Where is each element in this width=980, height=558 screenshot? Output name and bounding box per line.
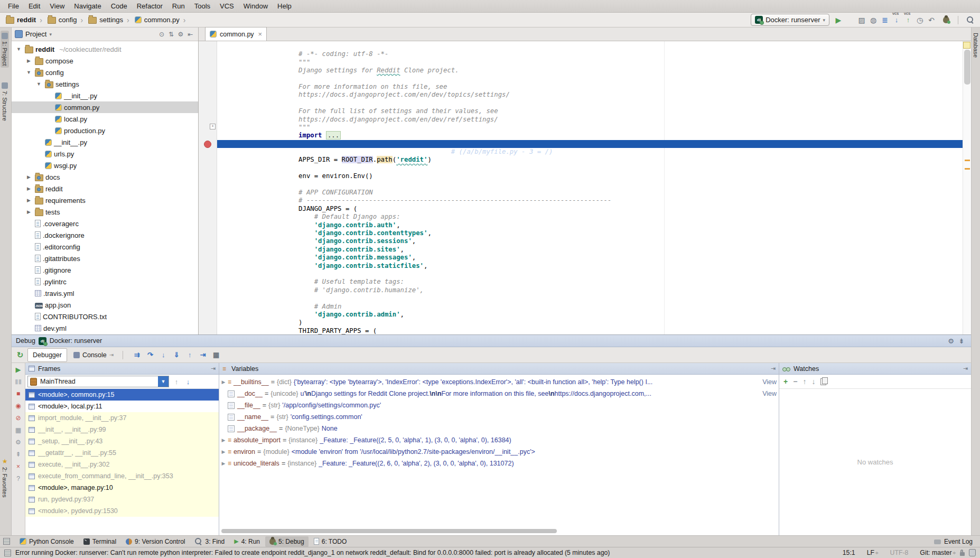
breadcrumb-item[interactable]: config › (46, 15, 86, 25)
breakpoint-icon[interactable] (204, 141, 211, 148)
inspection-profile-icon[interactable] (969, 549, 976, 556)
project-panel-title[interactable]: Project ▾ (15, 30, 155, 38)
variable-row[interactable]: ≡ __builtins__ = {dict} {'bytearray': <t… (219, 376, 779, 388)
panel-header-icon[interactable]: ⊙ (157, 31, 166, 38)
thread-select[interactable]: MainThread ▼ (27, 376, 169, 387)
tree-chevron-icon[interactable] (25, 70, 33, 75)
next-frame-icon[interactable]: ↓ (184, 378, 192, 386)
tool-window-switcher-icon[interactable] (3, 538, 10, 545)
hide-panel-icon[interactable]: ⇥ (963, 365, 968, 372)
tree-chevron-icon[interactable] (25, 209, 33, 215)
frame-row[interactable]: <module>, manage.py:10 (25, 482, 219, 494)
menu-item[interactable]: Refactor (132, 1, 167, 11)
resume-icon[interactable]: ▶ (14, 365, 23, 374)
status-message[interactable]: Error running Docker: runserver: Can't r… (15, 549, 831, 556)
tool-stripe-button[interactable]: 7: Structure (1, 80, 9, 123)
tree-chevron-icon[interactable] (25, 58, 33, 63)
variable-row[interactable]: ≡ environ = {module} <module 'environ' f… (219, 446, 779, 458)
code-line[interactable]: env = environ.Env() (217, 164, 971, 172)
code-line[interactable]: 'django.contrib.sites', (217, 237, 971, 245)
code-line[interactable] (217, 132, 971, 140)
tree-item[interactable]: .dockerignore (12, 229, 198, 241)
expand-icon[interactable] (219, 438, 228, 443)
code-line[interactable]: ROOT_DIR = environ.Path(__file__) - 3 # … (217, 140, 971, 148)
frame-row[interactable]: execute, __init__.py:302 (25, 459, 219, 470)
tree-chevron-icon[interactable] (25, 198, 33, 203)
frame-row[interactable]: __getattr__, __init__.py:55 (25, 447, 219, 459)
tree-item[interactable]: .travis.yml (12, 287, 198, 299)
step-out-icon[interactable]: ↑ (184, 349, 195, 361)
code-line[interactable]: 'django.contrib.sessions', (217, 229, 971, 237)
code-line[interactable]: DJANGO_APPS = ( (217, 197, 971, 204)
tree-item[interactable]: urls.py (12, 148, 198, 160)
tree-chevron-icon[interactable] (25, 186, 33, 191)
menu-item[interactable]: VCS (215, 1, 239, 11)
menu-item[interactable]: Window (239, 1, 273, 11)
code-line[interactable]: """ (217, 116, 971, 124)
lock-icon[interactable] (960, 552, 965, 556)
tool-window-tab[interactable]: 3: Find (190, 536, 229, 547)
breadcrumb-item[interactable]: settings › (87, 15, 132, 25)
step-into-icon[interactable]: ↓ (157, 349, 169, 361)
hide-panel-icon[interactable]: ⇥ (771, 365, 776, 372)
frame-row[interactable]: _setup, __init__.py:43 (25, 435, 219, 447)
menu-item[interactable]: Navigate (69, 1, 106, 11)
frame-row[interactable]: <module>, pydevd.py:1530 (25, 505, 219, 517)
code-line[interactable]: APPS_DIR = ROOT_DIR.path('reddit') (217, 148, 971, 156)
dropdown-icon[interactable]: ▼ (158, 376, 169, 387)
horizontal-scrollbar-thumb[interactable] (221, 529, 557, 533)
tree-item[interactable]: .gitattributes (12, 253, 198, 264)
caret-position[interactable]: 15:1 (843, 549, 855, 556)
code-line[interactable]: 'django.contrib.contenttypes', (217, 221, 971, 229)
frame-row[interactable]: <module>, local.py:11 (25, 401, 219, 412)
run-icon[interactable]: ▶ (833, 14, 844, 26)
tab-debugger[interactable]: Debugger (27, 348, 67, 362)
local-history-icon[interactable]: ◷ (914, 14, 926, 26)
code-line[interactable]: # -*- coding: utf-8 -*- (217, 42, 971, 50)
code-line[interactable] (217, 156, 971, 164)
panel-header-icon[interactable]: ⇟ (956, 337, 967, 345)
menu-item[interactable]: View (45, 1, 69, 11)
run-to-cursor-icon[interactable]: ⇥ (197, 349, 209, 361)
add-watch-icon[interactable]: + (783, 377, 788, 386)
remove-watch-icon[interactable]: − (793, 377, 797, 386)
stop-icon[interactable]: ■ (14, 389, 23, 398)
panel-header-icon[interactable]: ⇅ (166, 31, 176, 38)
code-line[interactable]: For more information on this file, see (217, 75, 971, 83)
frame-row[interactable]: execute_from_command_line, __init__.py:3… (25, 470, 219, 482)
code-line[interactable]: ) (217, 311, 971, 319)
vcs-update-icon[interactable]: ↓ (891, 14, 902, 26)
tab-console[interactable]: Console ⇥ (68, 348, 119, 362)
mute-breakpoints-icon[interactable]: ⊘ (14, 414, 23, 422)
tree-item[interactable]: production.py (12, 125, 198, 136)
pin-icon[interactable]: ⇞ (14, 450, 23, 459)
copy-icon[interactable] (820, 378, 826, 385)
code-line[interactable]: 'django.contrib.staticfiles', (217, 254, 971, 262)
tree-item[interactable]: compose (12, 55, 198, 67)
tree-item[interactable]: .editorconfig (12, 241, 198, 253)
view-link[interactable]: View (762, 390, 777, 397)
warning-stripe-mark[interactable] (965, 168, 970, 170)
tree-item[interactable]: .coveragerc (12, 218, 198, 229)
code-line[interactable]: # APP CONFIGURATION (217, 181, 971, 189)
code-line[interactable]: # Default Django apps: (217, 205, 971, 213)
evaluate-expression-icon[interactable]: ▦ (210, 349, 222, 361)
scrollbar-thumb[interactable] (964, 50, 970, 85)
force-step-into-icon[interactable]: ⇓ (171, 349, 182, 361)
rerun-icon[interactable]: ↻ (14, 350, 26, 360)
code-line[interactable]: https://docs.djangoproject.com/en/dev/re… (217, 107, 971, 115)
step-over-icon[interactable]: ↷ (144, 349, 156, 361)
code-line[interactable]: THIRD_PARTY_APPS = ( (217, 319, 971, 327)
breadcrumb-item[interactable]: reddit › (4, 15, 45, 25)
menu-item[interactable]: Run (167, 1, 190, 11)
debug-icon[interactable] (844, 14, 856, 26)
tree-item[interactable]: requirements (12, 194, 198, 206)
code-line[interactable]: # --------------------------------------… (217, 189, 971, 197)
editor-gutter[interactable]: + (199, 41, 217, 334)
code-line[interactable]: Django settings for Reddit Clone project… (217, 59, 971, 67)
undo-icon[interactable]: ↶ (926, 14, 937, 26)
view-link[interactable]: View (762, 378, 777, 386)
code-line[interactable]: import ... (217, 124, 971, 132)
line-separator-widget[interactable]: LF÷ (867, 549, 879, 556)
menu-item[interactable]: File (3, 1, 24, 11)
